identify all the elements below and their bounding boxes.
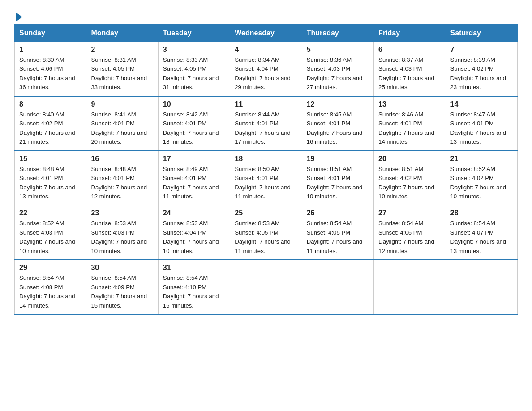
empty-cell xyxy=(230,260,302,314)
day-info: Sunrise: 8:34 AMSunset: 4:04 PMDaylight:… xyxy=(235,56,297,92)
day-number: 31 xyxy=(163,264,225,272)
day-cell-3: 3Sunrise: 8:33 AMSunset: 4:05 PMDaylight… xyxy=(158,42,230,96)
day-info: Sunrise: 8:53 AMSunset: 4:05 PMDaylight:… xyxy=(235,219,297,256)
day-info: Sunrise: 8:44 AMSunset: 4:01 PMDaylight:… xyxy=(235,110,297,147)
empty-cell xyxy=(446,260,517,314)
day-info: Sunrise: 8:31 AMSunset: 4:05 PMDaylight:… xyxy=(91,56,153,92)
day-info: Sunrise: 8:54 AMSunset: 4:06 PMDaylight:… xyxy=(378,219,441,256)
day-info: Sunrise: 8:48 AMSunset: 4:01 PMDaylight:… xyxy=(91,165,153,201)
day-number: 1 xyxy=(19,46,82,54)
day-info: Sunrise: 8:52 AMSunset: 4:03 PMDaylight:… xyxy=(19,219,82,256)
day-info: Sunrise: 8:45 AMSunset: 4:01 PMDaylight:… xyxy=(307,110,369,147)
logo-arrow-icon xyxy=(16,13,22,21)
day-cell-17: 17Sunrise: 8:49 AMSunset: 4:01 PMDayligh… xyxy=(158,151,230,206)
day-cell-2: 2Sunrise: 8:31 AMSunset: 4:05 PMDaylight… xyxy=(86,42,158,96)
day-number: 25 xyxy=(235,209,297,217)
day-number: 30 xyxy=(91,264,153,272)
day-cell-5: 5Sunrise: 8:36 AMSunset: 4:03 PMDaylight… xyxy=(302,42,373,96)
day-number: 15 xyxy=(19,155,82,163)
week-row-4: 22Sunrise: 8:52 AMSunset: 4:03 PMDayligh… xyxy=(15,205,518,260)
week-row-5: 29Sunrise: 8:54 AMSunset: 4:08 PMDayligh… xyxy=(15,260,518,314)
day-cell-30: 30Sunrise: 8:54 AMSunset: 4:09 PMDayligh… xyxy=(86,260,158,314)
day-cell-22: 22Sunrise: 8:52 AMSunset: 4:03 PMDayligh… xyxy=(15,205,86,260)
day-number: 13 xyxy=(378,100,441,108)
day-number: 21 xyxy=(450,155,513,163)
day-cell-11: 11Sunrise: 8:44 AMSunset: 4:01 PMDayligh… xyxy=(230,96,302,151)
day-info: Sunrise: 8:54 AMSunset: 4:10 PMDaylight:… xyxy=(163,274,225,310)
day-info: Sunrise: 8:51 AMSunset: 4:01 PMDaylight:… xyxy=(307,165,369,201)
day-number: 12 xyxy=(307,100,369,108)
day-info: Sunrise: 8:54 AMSunset: 4:05 PMDaylight:… xyxy=(307,219,369,256)
day-number: 16 xyxy=(91,155,153,163)
day-cell-25: 25Sunrise: 8:53 AMSunset: 4:05 PMDayligh… xyxy=(230,205,302,260)
day-cell-29: 29Sunrise: 8:54 AMSunset: 4:08 PMDayligh… xyxy=(15,260,86,314)
week-row-1: 1Sunrise: 8:30 AMSunset: 4:06 PMDaylight… xyxy=(15,42,518,96)
day-number: 29 xyxy=(19,264,82,272)
day-info: Sunrise: 8:33 AMSunset: 4:05 PMDaylight:… xyxy=(163,56,225,92)
day-number: 28 xyxy=(450,209,513,217)
day-cell-8: 8Sunrise: 8:40 AMSunset: 4:02 PMDaylight… xyxy=(15,96,86,151)
day-number: 14 xyxy=(450,100,513,108)
day-number: 24 xyxy=(163,209,225,217)
day-cell-4: 4Sunrise: 8:34 AMSunset: 4:04 PMDaylight… xyxy=(230,42,302,96)
day-number: 7 xyxy=(450,46,513,54)
header-friday: Friday xyxy=(374,25,446,42)
day-cell-14: 14Sunrise: 8:47 AMSunset: 4:01 PMDayligh… xyxy=(446,96,517,151)
day-cell-16: 16Sunrise: 8:48 AMSunset: 4:01 PMDayligh… xyxy=(86,151,158,206)
day-number: 2 xyxy=(91,46,153,54)
day-cell-15: 15Sunrise: 8:48 AMSunset: 4:01 PMDayligh… xyxy=(15,151,86,206)
header-tuesday: Tuesday xyxy=(158,25,230,42)
header-sunday: Sunday xyxy=(15,25,86,42)
day-cell-23: 23Sunrise: 8:53 AMSunset: 4:03 PMDayligh… xyxy=(86,205,158,260)
day-number: 10 xyxy=(163,100,225,108)
day-cell-20: 20Sunrise: 8:51 AMSunset: 4:02 PMDayligh… xyxy=(374,151,446,206)
day-info: Sunrise: 8:50 AMSunset: 4:01 PMDaylight:… xyxy=(235,165,297,201)
day-info: Sunrise: 8:54 AMSunset: 4:08 PMDaylight:… xyxy=(19,274,82,310)
day-cell-19: 19Sunrise: 8:51 AMSunset: 4:01 PMDayligh… xyxy=(302,151,373,206)
day-info: Sunrise: 8:48 AMSunset: 4:01 PMDaylight:… xyxy=(19,165,82,201)
day-number: 11 xyxy=(235,100,297,108)
week-row-3: 15Sunrise: 8:48 AMSunset: 4:01 PMDayligh… xyxy=(15,151,518,206)
day-cell-31: 31Sunrise: 8:54 AMSunset: 4:10 PMDayligh… xyxy=(158,260,230,314)
day-number: 6 xyxy=(378,46,441,54)
day-info: Sunrise: 8:47 AMSunset: 4:01 PMDaylight:… xyxy=(450,110,513,147)
day-number: 3 xyxy=(163,46,225,54)
day-info: Sunrise: 8:40 AMSunset: 4:02 PMDaylight:… xyxy=(19,110,82,147)
day-number: 4 xyxy=(235,46,297,54)
day-number: 23 xyxy=(91,209,153,217)
day-number: 26 xyxy=(307,209,369,217)
day-number: 22 xyxy=(19,209,82,217)
day-cell-12: 12Sunrise: 8:45 AMSunset: 4:01 PMDayligh… xyxy=(302,96,373,151)
header-thursday: Thursday xyxy=(302,25,373,42)
day-number: 8 xyxy=(19,100,82,108)
day-number: 17 xyxy=(163,155,225,163)
day-number: 20 xyxy=(378,155,441,163)
day-cell-27: 27Sunrise: 8:54 AMSunset: 4:06 PMDayligh… xyxy=(374,205,446,260)
day-cell-28: 28Sunrise: 8:54 AMSunset: 4:07 PMDayligh… xyxy=(446,205,517,260)
day-cell-6: 6Sunrise: 8:37 AMSunset: 4:03 PMDaylight… xyxy=(374,42,446,96)
day-info: Sunrise: 8:54 AMSunset: 4:09 PMDaylight:… xyxy=(91,274,153,310)
day-info: Sunrise: 8:46 AMSunset: 4:01 PMDaylight:… xyxy=(378,110,441,147)
day-info: Sunrise: 8:52 AMSunset: 4:02 PMDaylight:… xyxy=(450,165,513,201)
day-number: 18 xyxy=(235,155,297,163)
header-saturday: Saturday xyxy=(446,25,517,42)
day-cell-21: 21Sunrise: 8:52 AMSunset: 4:02 PMDayligh… xyxy=(446,151,517,206)
day-cell-7: 7Sunrise: 8:39 AMSunset: 4:02 PMDaylight… xyxy=(446,42,517,96)
day-cell-26: 26Sunrise: 8:54 AMSunset: 4:05 PMDayligh… xyxy=(302,205,373,260)
header-monday: Monday xyxy=(86,25,158,42)
day-info: Sunrise: 8:53 AMSunset: 4:04 PMDaylight:… xyxy=(163,219,225,256)
page-header xyxy=(14,11,518,20)
header-wednesday: Wednesday xyxy=(230,25,302,42)
day-info: Sunrise: 8:37 AMSunset: 4:03 PMDaylight:… xyxy=(378,56,441,92)
day-number: 9 xyxy=(91,100,153,108)
day-info: Sunrise: 8:53 AMSunset: 4:03 PMDaylight:… xyxy=(91,219,153,256)
day-number: 5 xyxy=(307,46,369,54)
day-info: Sunrise: 8:49 AMSunset: 4:01 PMDaylight:… xyxy=(163,165,225,201)
day-cell-18: 18Sunrise: 8:50 AMSunset: 4:01 PMDayligh… xyxy=(230,151,302,206)
calendar-header-row: SundayMondayTuesdayWednesdayThursdayFrid… xyxy=(15,25,518,42)
day-cell-1: 1Sunrise: 8:30 AMSunset: 4:06 PMDaylight… xyxy=(15,42,86,96)
day-number: 19 xyxy=(307,155,369,163)
day-cell-10: 10Sunrise: 8:42 AMSunset: 4:01 PMDayligh… xyxy=(158,96,230,151)
day-cell-13: 13Sunrise: 8:46 AMSunset: 4:01 PMDayligh… xyxy=(374,96,446,151)
day-info: Sunrise: 8:36 AMSunset: 4:03 PMDaylight:… xyxy=(307,56,369,92)
